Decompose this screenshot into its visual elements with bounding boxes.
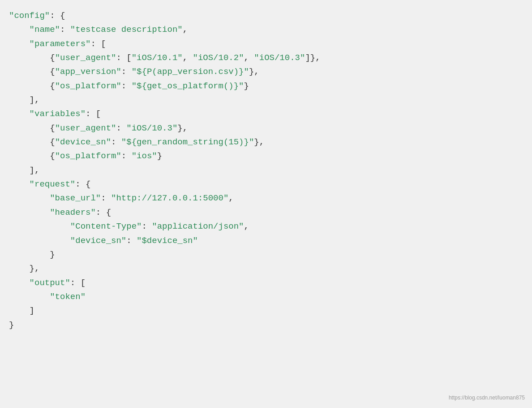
code-line: "parameters": [ [9, 37, 519, 51]
json-key: "parameters" [30, 39, 91, 49]
json-key: "name" [30, 25, 60, 35]
code-line: {"app_version": "${P(app_version.csv)}"}… [9, 65, 519, 79]
json-punct: , [244, 53, 254, 63]
json-key: "device_sn" [55, 137, 111, 147]
json-key: "os_platform" [55, 81, 121, 91]
json-string: "iOS/10.3" [254, 53, 305, 63]
code-line: "base_url": "http://127.0.0.1:5000", [9, 191, 519, 205]
code-block: "config": { "name": "testcase descriptio… [9, 9, 519, 332]
json-punct: : { [96, 208, 111, 217]
code-line: "device_sn": "$device_sn" [9, 234, 519, 248]
code-line: "token" [9, 290, 519, 304]
json-punct: }, [254, 137, 264, 147]
json-punct: : [121, 81, 132, 91]
code-line: "variables": [ [9, 107, 519, 121]
json-string: "iOS/10.2" [193, 53, 244, 63]
json-punct: }, [30, 264, 40, 273]
json-string: "iOS/10.3" [126, 123, 177, 133]
json-key: "variables" [30, 109, 86, 119]
json-punct: { [50, 53, 55, 63]
json-punct: , [183, 25, 188, 35]
code-line: {"os_platform": "ios"} [9, 149, 519, 163]
code-line: "headers": { [9, 206, 519, 220]
json-string: "token" [50, 292, 86, 302]
json-punct: : { [50, 11, 65, 21]
json-punct: : [111, 137, 121, 147]
json-key: "request" [30, 179, 76, 189]
json-punct: : [101, 193, 111, 203]
watermark: https://blog.csdn.net/luoman875 [449, 394, 525, 403]
json-string: "testcase description" [70, 25, 183, 35]
json-key: "os_platform" [55, 151, 121, 161]
json-key: "device_sn" [70, 236, 126, 246]
code-line: {"user_agent": ["iOS/10.1", "iOS/10.2", … [9, 51, 519, 65]
json-punct: , [228, 193, 233, 203]
json-punct: : [142, 221, 152, 231]
code-line: {"device_sn": "${gen_random_string(15)}"… [9, 135, 519, 149]
json-key: "Content-Type" [70, 221, 142, 231]
json-punct: } [244, 81, 249, 91]
json-punct: : [60, 25, 70, 35]
json-punct: : [116, 123, 126, 133]
code-line: }, [9, 262, 519, 276]
code-line: "name": "testcase description", [9, 23, 519, 37]
code-line: {"os_platform": "${get_os_platform()}"} [9, 79, 519, 93]
code-line: ] [9, 304, 519, 318]
json-string: "ios" [132, 151, 157, 161]
json-key: "base_url" [50, 193, 101, 203]
code-line: "Content-Type": "application/json", [9, 220, 519, 234]
json-punct: }, [249, 67, 259, 77]
json-punct: , [244, 221, 249, 231]
json-key: "user_agent" [55, 53, 116, 63]
code-line: ], [9, 164, 519, 178]
code-line: ], [9, 93, 519, 107]
json-key: "app_version" [55, 67, 121, 77]
json-key: "config" [9, 11, 50, 21]
code-container: "config": { "name": "testcase descriptio… [0, 0, 532, 408]
json-punct: { [50, 67, 55, 77]
json-punct: : [ [70, 278, 86, 288]
code-line: {"user_agent": "iOS/10.3"}, [9, 122, 519, 135]
json-punct: ] [30, 306, 34, 316]
json-punct: }, [177, 123, 188, 133]
json-punct: } [50, 250, 55, 260]
json-punct: { [50, 81, 55, 91]
json-punct: : [121, 151, 132, 161]
json-key: "user_agent" [55, 123, 116, 133]
json-punct: { [50, 137, 55, 147]
json-punct: : [ [116, 53, 131, 63]
json-punct: , [183, 53, 193, 63]
json-punct: { [50, 123, 55, 133]
json-punct: : [121, 67, 132, 77]
json-string: "${gen_random_string(15)}" [121, 137, 254, 147]
json-punct: ]}, [305, 53, 320, 63]
json-punct: } [9, 320, 14, 330]
code-line: } [9, 318, 519, 332]
json-punct: ], [30, 165, 40, 175]
json-string: "http://127.0.0.1:5000" [111, 193, 228, 203]
json-punct: } [157, 151, 162, 161]
json-string: "iOS/10.1" [132, 53, 183, 63]
json-string: "$device_sn" [137, 236, 198, 246]
json-string: "${get_os_platform()}" [132, 81, 244, 91]
json-punct: : [ [86, 109, 101, 119]
json-key: "output" [30, 278, 70, 288]
json-string: "${P(app_version.csv)}" [132, 67, 249, 77]
json-punct: : [ [90, 39, 106, 49]
code-line: "config": { [9, 9, 519, 23]
code-line: } [9, 248, 519, 262]
json-key: "headers" [50, 208, 96, 217]
json-string: "application/json" [152, 221, 244, 231]
code-line: "output": [ [9, 276, 519, 290]
json-punct: : [126, 236, 137, 246]
json-punct: { [50, 151, 55, 161]
json-punct: : { [75, 179, 90, 189]
code-line: "request": { [9, 178, 519, 191]
json-punct: ], [30, 95, 40, 105]
